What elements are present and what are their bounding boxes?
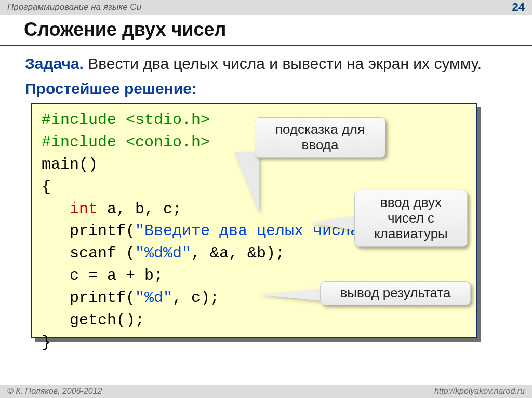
- page-title: Сложение двух чисел: [0, 15, 532, 45]
- title-underline: [0, 45, 532, 46]
- callout-tail-read: [310, 216, 355, 230]
- callout-tail-output: [259, 289, 321, 301]
- task-text: Задача. Ввести два целых числа и вывести…: [0, 52, 532, 77]
- footer-bar: © К. Поляков, 2006-2012 http://kpolyakov…: [0, 385, 532, 398]
- callout-output: вывод результата: [320, 281, 471, 305]
- callout-tail-hint: [234, 152, 259, 213]
- footer-url: http://kpolyakov.narod.ru: [434, 387, 525, 396]
- code-block: #include <stdio.h> #include <conio.h> ma…: [31, 103, 481, 342]
- footer-copyright: © К. Поляков, 2006-2012: [7, 387, 102, 396]
- breadcrumb: Программирование на языке Си: [7, 2, 141, 12]
- callout-hint-input: подсказка для ввода: [255, 117, 385, 158]
- header-bar: Программирование на языке Си 24: [0, 0, 532, 15]
- task-body: Ввести два целых числа и вывести на экра…: [84, 55, 482, 72]
- callout-read-two: ввод двух чисел с клавиатуры: [354, 190, 468, 247]
- page-number: 24: [512, 1, 525, 14]
- solution-heading: Простейшее решение:: [0, 77, 532, 103]
- task-label: Задача.: [25, 55, 84, 72]
